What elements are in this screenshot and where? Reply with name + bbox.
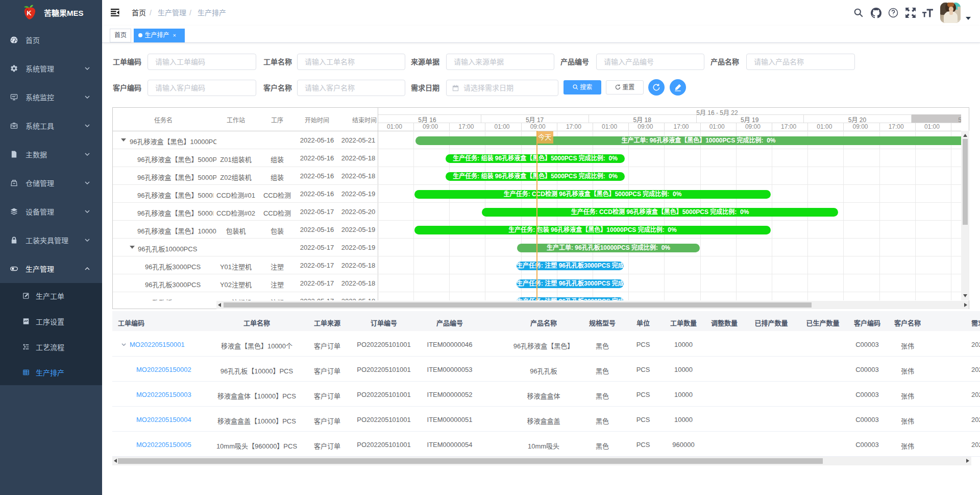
svg-text:K: K [27,9,32,17]
